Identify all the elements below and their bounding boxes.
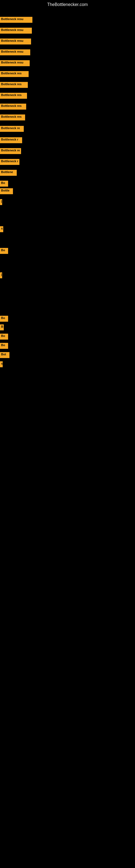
bar-row: Bottle [0, 188, 13, 194]
bar-row: s [0, 361, 3, 367]
bar-label: Bottleneck r [0, 159, 19, 165]
bar-row: Bottleneck resu [0, 17, 32, 23]
bar-label: Bottlene [0, 170, 17, 176]
bar-label: Bottleneck res [0, 82, 28, 88]
bar-label: Bottleneck resu [0, 60, 30, 66]
bar-label: Bo [0, 248, 8, 254]
bar-row: Bottleneck res [0, 82, 28, 88]
bar-row: Bot [0, 352, 9, 358]
bar-row: | [0, 199, 2, 205]
bar-label: B [0, 324, 4, 330]
bar-row: Bottleneck r [0, 159, 19, 165]
bar-row: B [0, 324, 4, 330]
bar-row: s [0, 226, 3, 232]
bar-row: Bottleneck r [0, 137, 22, 143]
bar-label: Bot [0, 352, 9, 358]
bar-label: Bottleneck re [0, 126, 24, 132]
bar-label: | [0, 272, 2, 278]
bar-label: s [0, 226, 3, 232]
bar-label: Bottleneck res [0, 104, 26, 110]
bar-row: Bottleneck res [0, 71, 29, 77]
bar-label: Bo [0, 181, 8, 187]
bar-row: Bottleneck resu [0, 38, 31, 44]
bar-label: | [0, 199, 2, 205]
bar-label: Bottle [0, 188, 13, 194]
bar-row: Bottleneck res [0, 104, 26, 110]
bar-label: Bottleneck res [0, 93, 27, 99]
bar-label: Bottleneck resu [0, 17, 32, 23]
bar-row: Bottleneck re [0, 126, 24, 132]
bar-row: Bottleneck res [0, 93, 27, 99]
bar-label: Bottleneck resu [0, 38, 31, 44]
bar-label: Bottleneck re [0, 148, 21, 154]
bar-label: Bottleneck resu [0, 28, 32, 34]
bar-row: Bo [0, 316, 8, 322]
bar-label: Bo [0, 334, 8, 340]
bar-row: Bo [0, 334, 8, 340]
bar-row: Bo [0, 248, 8, 254]
bar-row: | [0, 272, 2, 278]
bar-row: Bottleneck resu [0, 50, 30, 55]
bar-row: Bottleneck res [0, 115, 25, 120]
site-title: TheBottlenecker.com [0, 0, 135, 9]
bar-label: Bo [0, 316, 8, 322]
bar-row: Bottleneck re [0, 148, 21, 154]
bar-label: Bottleneck r [0, 137, 22, 143]
bar-label: Bo [0, 343, 8, 349]
bar-row: Bottlene [0, 170, 17, 176]
bar-label: Bottleneck res [0, 115, 25, 120]
bar-row: Bo [0, 181, 8, 187]
bar-label: Bottleneck res [0, 71, 29, 77]
bar-row: Bo [0, 343, 8, 349]
bar-label: Bottleneck resu [0, 50, 30, 55]
bar-label: s [0, 361, 3, 367]
bar-row: Bottleneck resu [0, 60, 30, 66]
bar-row: Bottleneck resu [0, 28, 32, 34]
